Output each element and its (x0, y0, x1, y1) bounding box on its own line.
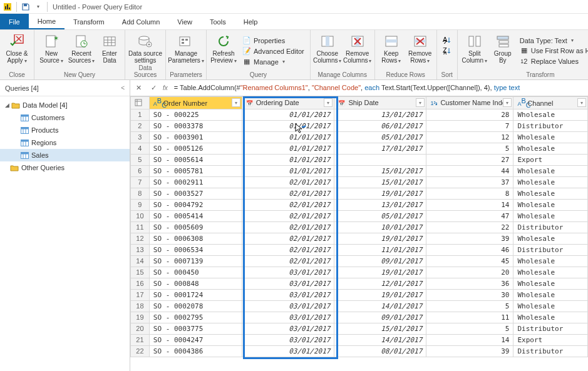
cell-ordering-date[interactable]: 02/01/2017 (242, 199, 334, 210)
cell-customer-index[interactable]: 30 (426, 289, 513, 300)
cell-channel[interactable]: Distributor (513, 244, 588, 255)
table-row[interactable]: 13SO - 000653402/01/201711/01/201746Dist… (131, 244, 588, 255)
row-number[interactable]: 10 (131, 210, 150, 221)
formula-input[interactable]: = Table.AddColumn(#"Renamed Columns1", "… (172, 84, 585, 92)
sort-asc-button[interactable]: AZ (441, 35, 453, 45)
data-type-button[interactable]: Data Type: Text (518, 36, 588, 45)
table-row[interactable]: 6SO - 000578101/01/201715/01/201744Whole… (131, 165, 588, 176)
table-row[interactable]: 8SO - 000352702/01/201719/01/20178Wholes… (131, 188, 588, 199)
cell-order-number[interactable]: SO - 000450 (149, 267, 242, 278)
cell-ordering-date[interactable]: 02/01/2017 (242, 255, 334, 267)
cell-customer-index[interactable]: 37 (426, 176, 513, 188)
cell-order-number[interactable]: SO - 0003775 (149, 323, 242, 334)
group-by-button[interactable]: Group By (490, 31, 515, 71)
cell-ordering-date[interactable]: 03/01/2017 (242, 345, 334, 357)
row-number[interactable]: 16 (131, 278, 150, 289)
cell-customer-index[interactable]: 14 (426, 334, 513, 345)
table-row[interactable]: 1SO - 00022501/01/201713/01/201728Wholes… (131, 109, 588, 120)
cell-ship-date[interactable]: 13/01/2017 (334, 199, 426, 210)
cell-customer-index[interactable]: 27 (426, 154, 513, 165)
cell-channel[interactable]: Wholesale (513, 233, 588, 244)
cell-ship-date[interactable]: 17/01/2017 (334, 143, 426, 154)
cell-order-number[interactable]: SO - 0003527 (149, 188, 242, 199)
table-row[interactable]: 15SO - 00045003/01/201719/01/201720Whole… (131, 267, 588, 278)
cell-channel[interactable]: Wholesale (513, 278, 588, 289)
remove-rows-button[interactable]: Remove Rows (406, 31, 434, 71)
cell-channel[interactable]: Wholesale (513, 176, 588, 188)
cell-order-number[interactable]: SO - 0004792 (149, 199, 242, 210)
cell-ordering-date[interactable]: 02/01/2017 (242, 244, 334, 255)
cell-ship-date[interactable]: 14/01/2017 (334, 334, 426, 345)
table-row[interactable]: 9SO - 000479202/01/201713/01/201714Whole… (131, 199, 588, 210)
row-number[interactable]: 20 (131, 323, 150, 334)
manage-parameters-button[interactable]: Manage Parameters (168, 31, 204, 71)
cell-ship-date[interactable]: 14/01/2017 (334, 300, 426, 312)
row-number[interactable]: 22 (131, 345, 150, 357)
table-row[interactable]: 3SO - 000390101/01/201705/01/201712Whole… (131, 131, 588, 143)
cell-customer-index[interactable]: 39 (426, 345, 513, 357)
row-number[interactable]: 12 (131, 233, 150, 244)
remove-columns-button[interactable]: Remove Columns (343, 31, 372, 71)
cell-customer-index[interactable]: 44 (426, 165, 513, 176)
cell-ship-date[interactable]: 05/01/2017 (334, 210, 426, 221)
cell-ordering-date[interactable]: 02/01/2017 (242, 233, 334, 244)
table-row[interactable]: 12SO - 000630802/01/201719/01/201739Whol… (131, 233, 588, 244)
qat-dropdown-icon[interactable]: ▾ (33, 1, 44, 13)
column-dropdown-icon[interactable]: ▾ (324, 98, 333, 107)
cell-ship-date[interactable]: 19/01/2017 (334, 289, 426, 300)
cell-order-number[interactable]: SO - 0006308 (149, 233, 242, 244)
cell-ordering-date[interactable]: 03/01/2017 (242, 278, 334, 289)
split-column-button[interactable]: Split Column (460, 31, 489, 71)
table-row[interactable]: 4SO - 000512601/01/201717/01/20175Wholes… (131, 143, 588, 154)
enter-data-button[interactable]: Enter Data (97, 31, 122, 71)
cell-ordering-date[interactable]: 03/01/2017 (242, 300, 334, 312)
column-dropdown-icon[interactable]: ▾ (416, 98, 425, 107)
tab-transform[interactable]: Transform (64, 14, 113, 29)
advanced-editor-button[interactable]: 📝Advanced Editor (240, 46, 306, 56)
cell-customer-index[interactable]: 5 (426, 323, 513, 334)
tab-help[interactable]: Help (235, 14, 267, 29)
table-row[interactable]: 14SO - 000713902/01/201709/01/201745Whol… (131, 255, 588, 267)
table-row[interactable]: 22SO - 000438603/01/201708/01/201739Dist… (131, 345, 588, 357)
cell-customer-index[interactable]: 39 (426, 233, 513, 244)
cell-channel[interactable]: Distributor (513, 323, 588, 334)
cell-ship-date[interactable]: 15/01/2017 (334, 176, 426, 188)
cell-customer-index[interactable]: 20 (426, 267, 513, 278)
cell-order-number[interactable]: SO - 0005126 (149, 143, 242, 154)
cell-ship-date[interactable]: 12/01/2017 (334, 278, 426, 289)
tab-add-column[interactable]: Add Column (113, 14, 169, 29)
row-number[interactable]: 1 (131, 109, 150, 120)
cell-ordering-date[interactable]: 03/01/2017 (242, 312, 334, 323)
cell-ordering-date[interactable]: 01/01/2017 (242, 154, 334, 165)
row-number[interactable]: 4 (131, 143, 150, 154)
tab-file[interactable]: File (0, 14, 29, 29)
save-icon[interactable] (20, 1, 31, 13)
cell-ordering-date[interactable]: 02/01/2017 (242, 188, 334, 199)
cell-ordering-date[interactable]: 01/01/2017 (242, 131, 334, 143)
cell-ordering-date[interactable]: 03/01/2017 (242, 323, 334, 334)
cell-order-number[interactable]: SO - 0003378 (149, 120, 242, 131)
manage-button[interactable]: ▦Manage (240, 57, 306, 67)
column-dropdown-icon[interactable]: ▾ (577, 98, 586, 107)
cell-ordering-date[interactable]: 03/01/2017 (242, 267, 334, 278)
cell-channel[interactable]: Export (513, 154, 588, 165)
cell-customer-index[interactable]: 11 (426, 312, 513, 323)
tree-folder-data-model[interactable]: ◢ Data Model [4] (0, 99, 130, 111)
new-source-button[interactable]: ✶ New Source (37, 31, 66, 71)
cell-order-number[interactable]: SO - 0003901 (149, 131, 242, 143)
table-row[interactable]: 2SO - 000337801/01/201706/01/20177Distri… (131, 120, 588, 131)
cell-customer-index[interactable]: 46 (426, 244, 513, 255)
column-dropdown-icon[interactable]: ▾ (503, 98, 512, 107)
cell-channel[interactable]: Wholesale (513, 300, 588, 312)
tab-home[interactable]: Home (29, 14, 64, 29)
cell-channel[interactable]: Wholesale (513, 312, 588, 323)
cell-customer-index[interactable]: 47 (426, 210, 513, 221)
cell-customer-index[interactable]: 12 (426, 131, 513, 143)
close-apply-button[interactable]: Close & Apply (3, 31, 31, 71)
cell-ship-date[interactable]: 19/01/2017 (334, 188, 426, 199)
cell-channel[interactable]: Distributor (513, 120, 588, 131)
formula-cancel-icon[interactable]: ✕ (133, 84, 144, 92)
cell-customer-index[interactable]: 36 (426, 278, 513, 289)
cell-ordering-date[interactable]: 02/01/2017 (242, 221, 334, 233)
recent-sources-button[interactable]: Recent Sources (67, 31, 96, 71)
